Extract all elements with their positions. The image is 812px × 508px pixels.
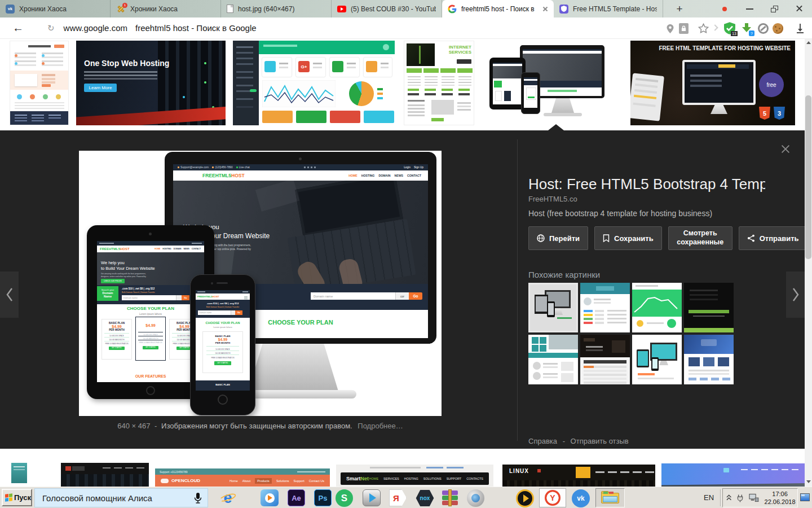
related-thumbnail[interactable]: [528, 335, 578, 384]
mockup-logo: FREEHTML5: [202, 173, 231, 178]
location-pin-icon[interactable]: [667, 24, 674, 33]
media-player-icon[interactable]: [261, 489, 279, 506]
tray-clock[interactable]: 17:06 22.06.2018: [762, 490, 797, 506]
close-button[interactable]: [789, 0, 809, 17]
related-thumbnail[interactable]: [580, 335, 630, 384]
language-indicator[interactable]: EN: [704, 493, 714, 502]
windows-logo-icon: [5, 493, 12, 502]
extension-savefrom-icon[interactable]: ?: [741, 22, 753, 36]
green-s-app-icon[interactable]: S: [336, 489, 353, 507]
url-query[interactable]: freehtml5 host - Поиск в Google: [135, 23, 257, 33]
photoshop-icon[interactable]: Ps: [314, 489, 332, 506]
help-link[interactable]: Справка: [528, 437, 557, 445]
potplayer-icon[interactable]: [363, 489, 381, 506]
tab-free-html5-template[interactable]: Free HTML5 Template - Hos: [554, 0, 663, 17]
result-thumbnail-server[interactable]: One Stop Web Hosting Learn More: [76, 41, 226, 125]
image-file-icon: [227, 5, 233, 13]
result-thumbnail-blue-site[interactable]: [661, 463, 806, 487]
result-source[interactable]: FreeHTML5.co: [528, 195, 577, 203]
nox-icon[interactable]: nox: [416, 489, 434, 507]
mpc-icon[interactable]: [467, 489, 484, 507]
vk-app-icon[interactable]: vk: [572, 489, 590, 507]
url-domain[interactable]: www.google.com: [64, 23, 127, 33]
bookmark-star-icon[interactable]: [698, 23, 709, 33]
system-tray: 17:06 22.06.2018: [722, 488, 798, 507]
check-prices-button: CHECK OUR PRICES: [101, 279, 125, 283]
social-icons: [304, 167, 306, 168]
result-thumbnail-linux[interactable]: LINUX: [502, 465, 655, 487]
pricing-card-featured: BASIC PLAN $4.99 PER MONTH 50 GB DISK SP…: [135, 317, 166, 361]
result-thumbnail-free-template[interactable]: FREE HTML TEMPLATE FOR HOSTING WEBSITE f…: [630, 41, 795, 125]
share-button[interactable]: Отправить: [739, 226, 807, 250]
tab-game-chronicles[interactable]: 1 Хроники Хаоса: [111, 0, 221, 17]
browser-menu-icon[interactable]: [714, 0, 733, 17]
minimize-button[interactable]: [740, 0, 759, 17]
related-thumbnail[interactable]: [684, 283, 734, 332]
tray-expand-icon[interactable]: [726, 494, 731, 501]
related-thumbnail-selected[interactable]: [528, 283, 578, 332]
scroll-up-arrow[interactable]: [806, 41, 811, 44]
restore-button[interactable]: [765, 0, 784, 17]
close-preview-icon[interactable]: [779, 143, 792, 155]
save-button[interactable]: Сохранить: [594, 226, 662, 250]
result-thumbnail-green-hosting[interactable]: INTERNET SERVICES: [404, 41, 474, 125]
related-thumbnail[interactable]: [632, 335, 682, 384]
thumb-title: FREE HTML TEMPLATE FOR HOSTING WEBSITE: [634, 45, 791, 51]
result-title[interactable]: Host: Free HTML5 Bootstrap 4 Templat…: [528, 176, 765, 193]
caption-more-link[interactable]: Подробнее…: [358, 422, 403, 430]
our-features: OUR FEATURES: [97, 374, 204, 378]
reload-icon[interactable]: ↻: [47, 23, 55, 33]
related-thumbnail[interactable]: [632, 283, 682, 332]
adguard-icon[interactable]: [758, 23, 769, 34]
result-thumbnail-selected-mockup[interactable]: [485, 41, 626, 125]
yandex-icon[interactable]: Я: [389, 489, 407, 506]
tab-title: Free HTML5 Template - Hos: [573, 5, 657, 13]
show-desktop-icon[interactable]: [800, 493, 810, 501]
feedback-link[interactable]: Отправить отзыв: [571, 437, 629, 445]
visit-button[interactable]: Перейти: [528, 226, 588, 250]
aimp-icon[interactable]: [516, 489, 534, 507]
network-icon[interactable]: [749, 493, 759, 502]
tab-close-icon[interactable]: [542, 6, 548, 12]
related-thumbnail[interactable]: [684, 335, 734, 384]
scrollbar-thumb[interactable]: [805, 95, 811, 259]
result-thumbnail-dark-site[interactable]: [61, 463, 149, 487]
back-icon[interactable]: ←: [12, 21, 24, 34]
next-image-button[interactable]: [786, 271, 805, 318]
after-effects-icon[interactable]: Ae: [288, 489, 305, 506]
page-scrollbar[interactable]: [805, 39, 812, 487]
view-saved-button[interactable]: Смотреть сохраненные: [668, 226, 732, 250]
result-thumbnail-dashboard[interactable]: G+: [233, 41, 395, 125]
tab-google-search-active[interactable]: freehtml5 host - Поиск в: [442, 0, 554, 17]
extension-shield-icon[interactable]: 13: [724, 22, 736, 36]
cookie-icon[interactable]: [773, 23, 783, 34]
preview-image[interactable]: Support@example.com (123)456-7890 Live c…: [79, 151, 442, 416]
result-thumbnail-small[interactable]: [11, 463, 27, 483]
microphone-icon[interactable]: [194, 492, 202, 504]
lock-icon[interactable]: [679, 23, 689, 34]
new-tab-button[interactable]: +: [671, 0, 688, 17]
power-plug-icon[interactable]: [736, 493, 745, 503]
result-thumbnail-1[interactable]: [10, 41, 69, 125]
scroll-down-arrow[interactable]: [806, 480, 811, 483]
winrar-icon[interactable]: [442, 489, 458, 506]
related-thumbnail[interactable]: [580, 283, 630, 332]
internet-explorer-icon[interactable]: e: [219, 489, 237, 506]
yandex-browser-icon-active[interactable]: Y: [539, 488, 566, 507]
tab-youtube[interactable]: (5) Best COUB #30 - YouTub: [332, 0, 442, 17]
download-icon[interactable]: [795, 23, 805, 34]
result-thumbnail-opencloud[interactable]: Support +0123456789 OPENCLOUD Home About…: [155, 468, 330, 487]
tab-host-jpg[interactable]: host.jpg (640×467): [221, 0, 332, 17]
alice-search-input[interactable]: Голосовой помощник Алиса: [34, 488, 208, 507]
phone-home-button: [218, 395, 228, 405]
mini-phone: [521, 72, 540, 114]
result-thumbnail-smartnet[interactable]: SmartNet HOME SERVICES HOSTING SOLUTIONS…: [336, 465, 493, 487]
previous-image-button[interactable]: [0, 271, 19, 318]
caption-copyright: Изображения могут быть защищены авторски…: [161, 422, 352, 430]
mockup-signup: Sign Up: [414, 166, 423, 169]
start-button[interactable]: Пуск: [2, 489, 32, 506]
dash-sidebar: [233, 41, 259, 125]
opencloud-brand: OPENCLOUD: [171, 478, 200, 483]
tab-vk-chronicles[interactable]: vk Хроники Хаоса: [0, 0, 111, 17]
file-explorer-icon-active[interactable]: [595, 488, 625, 507]
